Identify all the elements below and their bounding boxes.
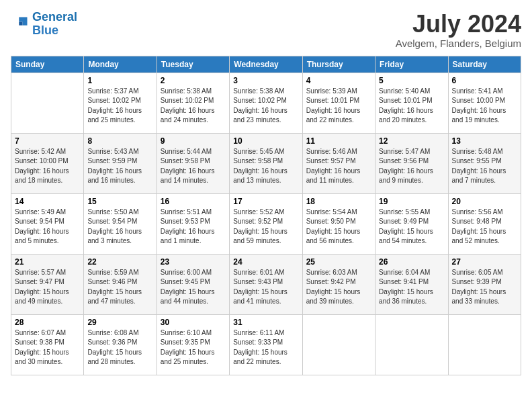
day-number: 23 [161,257,226,267]
page-header: General Blue July 2024 Avelgem, Flanders… [11,11,521,49]
weekday-header-cell: Thursday [302,56,375,73]
location-title: Avelgem, Flanders, Belgium [396,38,521,49]
calendar-week-row: 28Sunrise: 6:07 AM Sunset: 9:38 PM Dayli… [11,314,521,375]
day-number: 7 [15,136,80,146]
calendar-cell: 19Sunrise: 5:55 AM Sunset: 9:49 PM Dayli… [375,193,448,254]
day-detail: Sunrise: 5:42 AM Sunset: 10:00 PM Daylig… [15,147,80,186]
day-number: 6 [452,76,517,85]
day-number: 14 [15,197,80,206]
day-number: 4 [306,76,371,85]
calendar-week-row: 7Sunrise: 5:42 AM Sunset: 10:00 PM Dayli… [11,133,521,193]
weekday-header-cell: Tuesday [157,56,229,73]
logo-text: General Blue [32,11,77,38]
day-detail: Sunrise: 5:37 AM Sunset: 10:02 PM Daylig… [87,87,152,126]
calendar-cell: 3Sunrise: 5:38 AM Sunset: 10:02 PM Dayli… [230,73,302,133]
day-detail: Sunrise: 6:07 AM Sunset: 9:38 PM Dayligh… [15,328,80,367]
calendar-cell: 17Sunrise: 5:52 AM Sunset: 9:52 PM Dayli… [230,193,302,254]
day-detail: Sunrise: 5:50 AM Sunset: 9:54 PM Dayligh… [87,208,152,246]
calendar-cell: 15Sunrise: 5:50 AM Sunset: 9:54 PM Dayli… [84,193,157,254]
calendar-cell [375,314,448,375]
day-detail: Sunrise: 5:45 AM Sunset: 9:58 PM Dayligh… [233,147,298,186]
day-number: 13 [452,136,517,146]
day-detail: Sunrise: 5:56 AM Sunset: 9:48 PM Dayligh… [452,208,517,246]
day-number: 25 [306,257,371,267]
day-number: 29 [87,318,152,327]
day-number: 21 [15,257,80,267]
calendar-cell: 16Sunrise: 5:51 AM Sunset: 9:53 PM Dayli… [157,193,229,254]
day-number: 17 [233,197,298,206]
calendar-week-row: 21Sunrise: 5:57 AM Sunset: 9:47 PM Dayli… [11,254,521,314]
calendar-cell: 30Sunrise: 6:10 AM Sunset: 9:35 PM Dayli… [157,314,229,375]
day-detail: Sunrise: 6:10 AM Sunset: 9:35 PM Dayligh… [161,328,226,367]
day-detail: Sunrise: 5:59 AM Sunset: 9:46 PM Dayligh… [87,268,152,307]
calendar-cell: 13Sunrise: 5:48 AM Sunset: 9:55 PM Dayli… [448,133,521,193]
calendar-cell: 10Sunrise: 5:45 AM Sunset: 9:58 PM Dayli… [230,133,302,193]
calendar-cell: 8Sunrise: 5:43 AM Sunset: 9:59 PM Daylig… [84,133,157,193]
day-number: 9 [161,136,226,146]
weekday-header-cell: Sunday [11,56,84,73]
day-detail: Sunrise: 6:11 AM Sunset: 9:33 PM Dayligh… [233,328,298,367]
weekday-header-cell: Friday [375,56,448,73]
weekday-header-cell: Wednesday [230,56,302,73]
calendar-cell: 25Sunrise: 6:03 AM Sunset: 9:42 PM Dayli… [302,254,375,314]
calendar-cell: 22Sunrise: 5:59 AM Sunset: 9:46 PM Dayli… [84,254,157,314]
day-number: 26 [379,257,444,267]
calendar-cell [302,314,375,375]
calendar-cell [11,73,84,133]
day-detail: Sunrise: 6:05 AM Sunset: 9:39 PM Dayligh… [452,268,517,307]
day-number: 1 [87,76,152,85]
svg-marker-1 [19,21,22,25]
calendar-cell: 1Sunrise: 5:37 AM Sunset: 10:02 PM Dayli… [84,73,157,133]
day-detail: Sunrise: 5:43 AM Sunset: 9:59 PM Dayligh… [87,147,152,186]
day-detail: Sunrise: 5:38 AM Sunset: 10:02 PM Daylig… [233,87,298,126]
calendar-cell: 7Sunrise: 5:42 AM Sunset: 10:00 PM Dayli… [11,133,84,193]
day-detail: Sunrise: 6:00 AM Sunset: 9:45 PM Dayligh… [161,268,226,307]
day-detail: Sunrise: 5:52 AM Sunset: 9:52 PM Dayligh… [233,208,298,246]
calendar-cell: 29Sunrise: 6:08 AM Sunset: 9:36 PM Dayli… [84,314,157,375]
calendar-cell: 2Sunrise: 5:38 AM Sunset: 10:02 PM Dayli… [157,73,229,133]
day-detail: Sunrise: 5:39 AM Sunset: 10:01 PM Daylig… [306,87,371,126]
day-detail: Sunrise: 5:54 AM Sunset: 9:50 PM Dayligh… [306,208,371,246]
weekday-header-row: SundayMondayTuesdayWednesdayThursdayFrid… [11,56,521,73]
day-number: 20 [452,197,517,206]
day-number: 8 [87,136,152,146]
calendar-cell: 20Sunrise: 5:56 AM Sunset: 9:48 PM Dayli… [448,193,521,254]
day-number: 16 [161,197,226,206]
day-number: 28 [15,318,80,327]
calendar-cell: 6Sunrise: 5:41 AM Sunset: 10:00 PM Dayli… [448,73,521,133]
day-number: 27 [452,257,517,267]
calendar-cell: 28Sunrise: 6:07 AM Sunset: 9:38 PM Dayli… [11,314,84,375]
calendar-cell: 26Sunrise: 6:04 AM Sunset: 9:41 PM Dayli… [375,254,448,314]
day-detail: Sunrise: 5:57 AM Sunset: 9:47 PM Dayligh… [15,268,80,307]
day-detail: Sunrise: 5:55 AM Sunset: 9:49 PM Dayligh… [379,208,444,246]
calendar-cell: 12Sunrise: 5:47 AM Sunset: 9:56 PM Dayli… [375,133,448,193]
day-number: 11 [306,136,371,146]
weekday-header-cell: Monday [84,56,157,73]
calendar-cell: 18Sunrise: 5:54 AM Sunset: 9:50 PM Dayli… [302,193,375,254]
day-detail: Sunrise: 5:46 AM Sunset: 9:57 PM Dayligh… [306,147,371,186]
calendar-cell: 27Sunrise: 6:05 AM Sunset: 9:39 PM Dayli… [448,254,521,314]
calendar-cell: 23Sunrise: 6:00 AM Sunset: 9:45 PM Dayli… [157,254,229,314]
calendar-cell: 24Sunrise: 6:01 AM Sunset: 9:43 PM Dayli… [230,254,302,314]
day-detail: Sunrise: 5:49 AM Sunset: 9:54 PM Dayligh… [15,208,80,246]
calendar-cell: 31Sunrise: 6:11 AM Sunset: 9:33 PM Dayli… [230,314,302,375]
day-number: 24 [233,257,298,267]
day-detail: Sunrise: 5:38 AM Sunset: 10:02 PM Daylig… [161,87,226,126]
day-detail: Sunrise: 5:41 AM Sunset: 10:00 PM Daylig… [452,87,517,126]
day-detail: Sunrise: 5:48 AM Sunset: 9:55 PM Dayligh… [452,147,517,186]
day-detail: Sunrise: 6:01 AM Sunset: 9:43 PM Dayligh… [233,268,298,307]
day-detail: Sunrise: 6:04 AM Sunset: 9:41 PM Dayligh… [379,268,444,307]
day-number: 18 [306,197,371,206]
calendar-body: 1Sunrise: 5:37 AM Sunset: 10:02 PM Dayli… [11,73,521,375]
day-detail: Sunrise: 5:44 AM Sunset: 9:58 PM Dayligh… [161,147,226,186]
calendar-table: SundayMondayTuesdayWednesdayThursdayFrid… [11,56,521,375]
day-number: 10 [233,136,298,146]
calendar-week-row: 1Sunrise: 5:37 AM Sunset: 10:02 PM Dayli… [11,73,521,133]
day-detail: Sunrise: 6:03 AM Sunset: 9:42 PM Dayligh… [306,268,371,307]
month-title: July 2024 [396,11,521,38]
calendar-cell: 14Sunrise: 5:49 AM Sunset: 9:54 PM Dayli… [11,193,84,254]
day-number: 5 [379,76,444,85]
day-number: 30 [161,318,226,327]
calendar-cell: 11Sunrise: 5:46 AM Sunset: 9:57 PM Dayli… [302,133,375,193]
calendar-cell [448,314,521,375]
